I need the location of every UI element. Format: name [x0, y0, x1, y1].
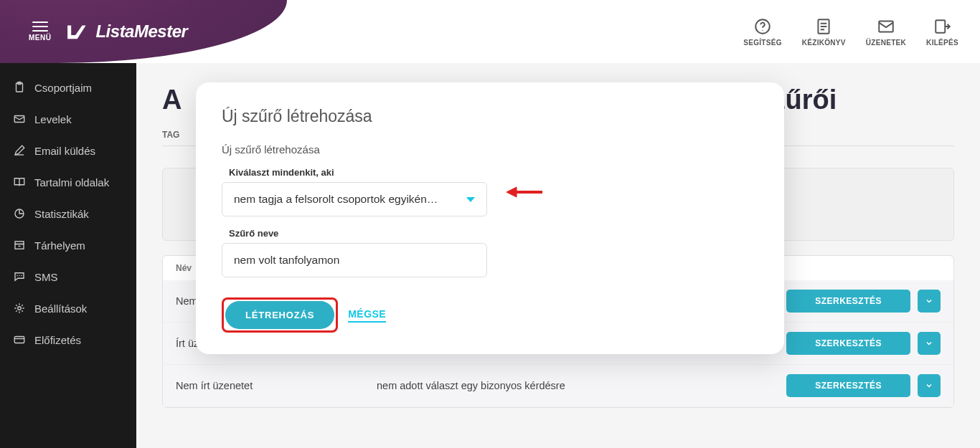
sidebar-item-label: Beállítások: [34, 302, 87, 315]
logo[interactable]: ListaMester: [64, 19, 187, 44]
document-icon: [814, 17, 833, 36]
sidebar-item-label: SMS: [34, 271, 58, 283]
field-label-select: Kiválaszt mindenkit, aki: [229, 167, 758, 178]
gear-icon: [13, 302, 26, 315]
select-value: nem tagja a felsorolt csoportok egyikén…: [234, 193, 438, 206]
topnav-manual[interactable]: KÉZIKÖNYV: [802, 17, 846, 47]
filter-name-input-wrapper: [222, 243, 487, 277]
message-icon: [13, 270, 26, 283]
filter-name-input[interactable]: [234, 254, 475, 267]
edit-button[interactable]: SZERKESZTÉS: [786, 332, 910, 355]
envelope-icon: [877, 17, 895, 36]
logout-icon: [933, 17, 952, 36]
topnav-help[interactable]: SEGÍTSÉG: [743, 17, 782, 47]
row-menu-button[interactable]: [918, 374, 941, 397]
mail-icon: [13, 113, 26, 125]
archive-icon: [13, 239, 26, 252]
top-bar-right: SEGÍTSÉG KÉZIKÖNYV ÜZENETEK KILÉPÉS: [743, 17, 980, 47]
topnav-label: ÜZENETEK: [866, 39, 906, 47]
hamburger-icon: [32, 22, 48, 32]
sidebar-item-label: Előfizetés: [34, 334, 81, 346]
sidebar-item-subscription[interactable]: Előfizetés: [0, 324, 136, 356]
sidebar-item-groups[interactable]: Csoportjaim: [0, 72, 136, 103]
field-label-name: Szűrő neve: [229, 228, 758, 239]
logo-mark-icon: [64, 19, 88, 44]
sidebar-item-content-pages[interactable]: Tartalmi oldalak: [0, 166, 136, 198]
svg-point-11: [17, 275, 18, 277]
create-button-highlight: LÉTREHOZÁS: [222, 297, 338, 333]
sidebar-item-label: Levelek: [34, 113, 72, 125]
sidebar-item-label: Csoportjaim: [34, 82, 92, 94]
chevron-down-icon: [925, 381, 933, 390]
sidebar-item-settings[interactable]: Beállítások: [0, 292, 136, 324]
edit-button[interactable]: SZERKESZTÉS: [786, 374, 910, 397]
topnav-messages[interactable]: ÜZENETEK: [866, 17, 906, 47]
sidebar-item-label: Tárhelyem: [34, 239, 85, 252]
modal-subtitle: Új szűrő létrehozása: [222, 143, 758, 156]
topnav-label: SEGÍTSÉG: [743, 39, 782, 47]
sidebar: Csoportjaim Levelek Email küldés Tartalm…: [0, 63, 136, 448]
book-open-icon: [13, 176, 26, 189]
sidebar-item-label: Tartalmi oldalak: [34, 176, 109, 189]
create-button[interactable]: LÉTREHOZÁS: [225, 301, 334, 329]
pencil-icon: [13, 144, 26, 157]
topnav-logout[interactable]: KILÉPÉS: [926, 17, 958, 47]
svg-point-14: [18, 307, 22, 310]
svg-rect-4: [936, 20, 945, 32]
chevron-down-icon: [925, 339, 933, 348]
row-desc: nem adott választ egy bizonyos kérdésre: [377, 380, 786, 391]
row-name: Nem írt üzenetet: [176, 380, 377, 391]
svg-point-13: [21, 275, 22, 277]
help-circle-icon: [753, 17, 772, 36]
svg-point-1: [762, 29, 763, 30]
sidebar-item-statistics[interactable]: Statisztikák: [0, 198, 136, 229]
chevron-down-icon: [925, 297, 933, 305]
edit-button[interactable]: SZERKESZTÉS: [786, 290, 910, 313]
tab[interactable]: TAG: [162, 130, 179, 140]
menu-button[interactable]: MENÜ: [29, 22, 51, 42]
svg-rect-15: [14, 337, 24, 343]
topnav-label: KILÉPÉS: [926, 39, 958, 47]
svg-point-12: [19, 275, 20, 277]
create-filter-modal: Új szűrő létrehozása Új szűrő létrehozás…: [196, 82, 784, 354]
card-icon: [13, 333, 26, 346]
condition-select[interactable]: nem tagja a felsorolt csoportok egyikén…: [222, 182, 487, 216]
clipboard-icon: [13, 81, 26, 94]
cancel-button[interactable]: MÉGSE: [348, 308, 386, 323]
table-row: Nem írt üzenetet nem adott választ egy b…: [163, 365, 953, 407]
modal-actions: LÉTREHOZÁS MÉGSE: [222, 297, 758, 333]
sidebar-item-sms[interactable]: SMS: [0, 261, 136, 292]
sidebar-item-send-email[interactable]: Email küldés: [0, 135, 136, 166]
caret-down-icon: [466, 197, 475, 202]
modal-title: Új szűrő létrehozása: [222, 107, 758, 126]
pie-chart-icon: [13, 207, 26, 220]
svg-marker-17: [507, 187, 517, 197]
sidebar-item-letters[interactable]: Levelek: [0, 103, 136, 135]
logo-text: ListaMester: [95, 22, 187, 42]
sidebar-item-storage[interactable]: Tárhelyem: [0, 229, 136, 261]
sidebar-item-label: Email küldés: [34, 145, 95, 157]
menu-label: MENÜ: [29, 34, 51, 42]
topnav-label: KÉZIKÖNYV: [802, 39, 846, 47]
row-menu-button[interactable]: [918, 332, 941, 355]
row-menu-button[interactable]: [918, 290, 941, 313]
annotation-arrow: [507, 184, 542, 204]
top-bar: MENÜ ListaMester SEGÍTSÉG KÉZIKÖNYV ÜZEN…: [0, 0, 980, 63]
top-bar-brand-area: MENÜ ListaMester: [0, 0, 287, 63]
sidebar-item-label: Statisztikák: [34, 208, 89, 220]
